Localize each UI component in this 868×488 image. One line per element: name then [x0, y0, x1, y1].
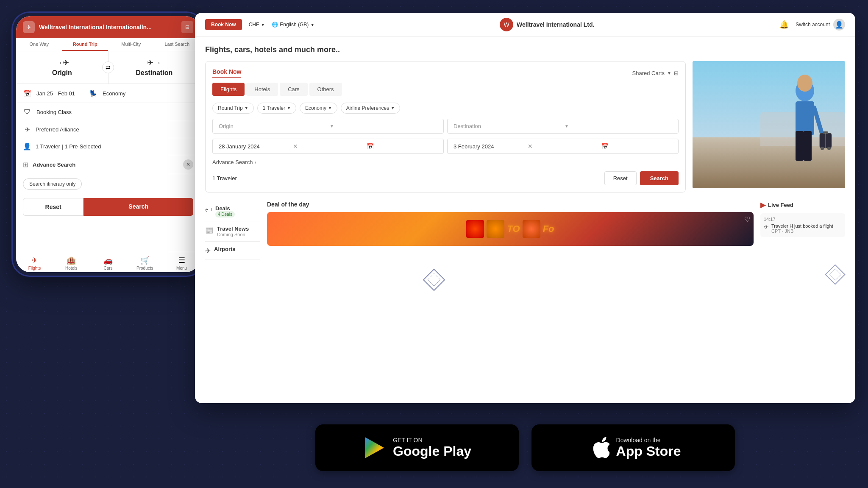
origin-destination-container: →✈ Origin ⇄ ✈→ Destination	[16, 51, 200, 84]
service-tabs: Flights Hotels Cars Others	[212, 83, 679, 96]
date-cabin-row: 📅 Jan 25 - Feb 01 💺 Economy	[16, 84, 200, 103]
shared-carts-label: Shared Carts	[632, 70, 665, 76]
airports-item[interactable]: ✈ Airports	[205, 242, 260, 259]
shared-carts[interactable]: Shared Carts ▼ ⊟	[632, 70, 679, 76]
seat-icon: 💺	[89, 89, 97, 98]
nav-cars[interactable]: 🚗 Cars	[90, 256, 127, 270]
tab-one-way[interactable]: One Way	[16, 38, 62, 51]
tab-flights[interactable]: Flights	[212, 83, 245, 96]
neon-circle-1	[466, 220, 484, 238]
svg-marker-12	[423, 269, 445, 290]
reset-button-web[interactable]: Reset	[604, 171, 637, 185]
deals-section: 🏷 Deals 4 Deals 📰 Travel News	[205, 201, 845, 259]
deals-item[interactable]: 🏷 Deals 4 Deals	[205, 201, 260, 221]
svg-rect-2	[796, 131, 804, 161]
origin-input[interactable]: Origin ▼	[212, 119, 444, 134]
date2-clear-icon[interactable]: ✕	[528, 143, 598, 150]
date-range[interactable]: Jan 25 - Feb 01	[36, 90, 75, 97]
newspaper-icon: 📰	[205, 226, 214, 234]
travelers-label: 1 Traveler | 1 Pre-Selected	[36, 143, 101, 150]
return-date[interactable]: 3 February 2024 ✕ 📅	[447, 139, 679, 154]
phone-action-row: Reset Search	[23, 198, 193, 216]
airports-content: Airports	[214, 246, 236, 252]
deals-item-content: Deals 4 Deals	[215, 205, 235, 217]
date2-calendar-icon: 📅	[601, 143, 672, 150]
swap-button[interactable]: ⇄	[102, 61, 114, 73]
heart-icon[interactable]: ♡	[744, 215, 750, 223]
app-store-button[interactable]: Download on the App Store	[531, 424, 735, 471]
filter-traveler[interactable]: 1 Traveler ▼	[257, 103, 296, 114]
search-button-phone[interactable]: Search	[83, 198, 193, 216]
feed-flight-icon: ✈	[764, 223, 769, 230]
advance-search-row[interactable]: ⊞ Advance Search ✕	[16, 155, 200, 174]
plane-icon: ✈	[26, 24, 31, 31]
travelers-row[interactable]: 👤 1 Traveler | 1 Pre-Selected	[16, 138, 200, 155]
airport-icon: ✈	[205, 247, 211, 255]
advance-search-close-btn[interactable]: ✕	[183, 159, 193, 170]
live-feed-header: ▶ Live Feed	[760, 201, 845, 209]
google-play-button[interactable]: GET IT ON Google Play	[315, 424, 519, 471]
neon-circle-2	[487, 220, 504, 238]
phone-device: ✈ Welltravel International International…	[13, 13, 203, 276]
phone-body: →✈ Origin ⇄ ✈→ Destination 📅 Jan 25 - Fe…	[16, 51, 200, 252]
pill-chevron-4-icon: ▼	[391, 106, 395, 110]
svg-line-5	[814, 108, 822, 133]
origin-chevron-icon: ▼	[330, 124, 437, 128]
date-inputs: 28 January 2024 ✕ 📅 3 February 2024 ✕ 📅	[212, 139, 679, 154]
widget-book-now[interactable]: Book Now	[212, 68, 241, 78]
nav-flights[interactable]: ✈ Flights	[16, 256, 53, 270]
travel-news-item[interactable]: 📰 Travel News Coming Soon	[205, 221, 260, 242]
filter-economy[interactable]: Economy ▼	[300, 103, 337, 114]
deals-badge: 4 Deals	[215, 211, 235, 218]
nav-products[interactable]: 🛒 Products	[126, 256, 163, 270]
svg-point-9	[821, 147, 824, 150]
tab-cars[interactable]: Cars	[280, 83, 307, 96]
nav-hotels[interactable]: 🏨 Hotels	[53, 256, 90, 270]
tab-multi-city[interactable]: Multi-City	[108, 38, 154, 51]
destination-input[interactable]: Destination ▼	[447, 119, 679, 134]
phone-menu-icon[interactable]: ⊟	[181, 21, 193, 33]
departure-date[interactable]: 28 January 2024 ✕ 📅	[212, 139, 444, 154]
apple-logo-icon	[593, 437, 609, 458]
language-selector[interactable]: 🌐 English (GB) ▼	[272, 22, 314, 28]
feed-item: 14:17 ✈ Traveler H just booked a flight …	[760, 213, 845, 237]
destination-chevron-icon: ▼	[565, 124, 672, 128]
deal-of-day-section: Deal of the day TO Fo	[267, 201, 754, 259]
arrival-icon: ✈→	[115, 58, 194, 67]
booking-class-row[interactable]: 🛡 Booking Class	[16, 103, 200, 121]
date1-clear-icon[interactable]: ✕	[293, 143, 364, 150]
cabin-class[interactable]: Economy	[103, 90, 125, 97]
nav-menu[interactable]: ☰ Menu	[163, 256, 200, 270]
person-svg	[777, 74, 832, 188]
tab-others[interactable]: Others	[309, 83, 342, 96]
sliders-icon: ⊞	[23, 161, 28, 169]
advance-search-link[interactable]: Advance Search ›	[212, 159, 679, 165]
preferred-alliance-row[interactable]: ✈ Preferred Alliance	[16, 121, 200, 138]
tab-round-trip[interactable]: Round Trip	[62, 38, 108, 51]
destination-box[interactable]: ✈→ Destination	[108, 51, 200, 84]
widget-actions: Reset Search	[604, 171, 679, 185]
tab-last-search[interactable]: Last Search	[154, 38, 200, 51]
site-content: Flights, cars, hotels and much more.. Bo…	[195, 37, 855, 403]
search-widget: Book Now Shared Carts ▼ ⊟ Flights Hotels	[205, 61, 686, 192]
svg-marker-11	[365, 437, 384, 458]
currency-selector[interactable]: CHF ▼	[249, 22, 265, 28]
book-now-nav-btn[interactable]: Book Now	[205, 19, 242, 30]
search-button-web[interactable]: Search	[640, 171, 679, 185]
search-itinerary-button[interactable]: Search itinerary only	[23, 178, 82, 190]
origin-box[interactable]: →✈ Origin	[16, 51, 108, 84]
switch-account[interactable]: Switch account 👤	[796, 19, 845, 31]
travel-news-sub: Coming Soon	[217, 232, 249, 237]
filter-airline-pref[interactable]: Airline Preferences ▼	[341, 103, 400, 114]
products-nav-icon: 🛒	[126, 256, 163, 265]
notification-icon[interactable]: 🔔	[779, 20, 789, 29]
deal-card[interactable]: TO Fo ♡	[267, 212, 754, 246]
tab-hotels[interactable]: Hotels	[246, 83, 278, 96]
deals-sub: 4 Deals	[215, 212, 235, 217]
filter-round-trip[interactable]: Round Trip ▼	[212, 103, 254, 114]
logo-icon: W	[500, 18, 513, 31]
hero-section	[693, 61, 845, 192]
deal-text-2: Fo	[543, 223, 554, 234]
tag-icon: 🏷	[205, 206, 212, 214]
reset-button-phone[interactable]: Reset	[23, 198, 83, 216]
